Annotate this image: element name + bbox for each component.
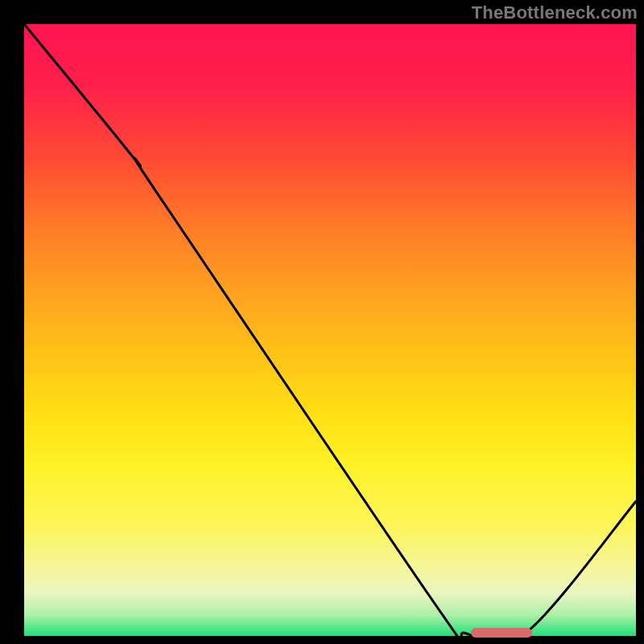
chart-line [24, 24, 636, 636]
watermark-text: TheBottleneck.com [472, 2, 638, 23]
plot-area [24, 24, 636, 636]
chart-canvas: TheBottleneck.com [0, 0, 644, 644]
highlight-marker [471, 628, 532, 638]
